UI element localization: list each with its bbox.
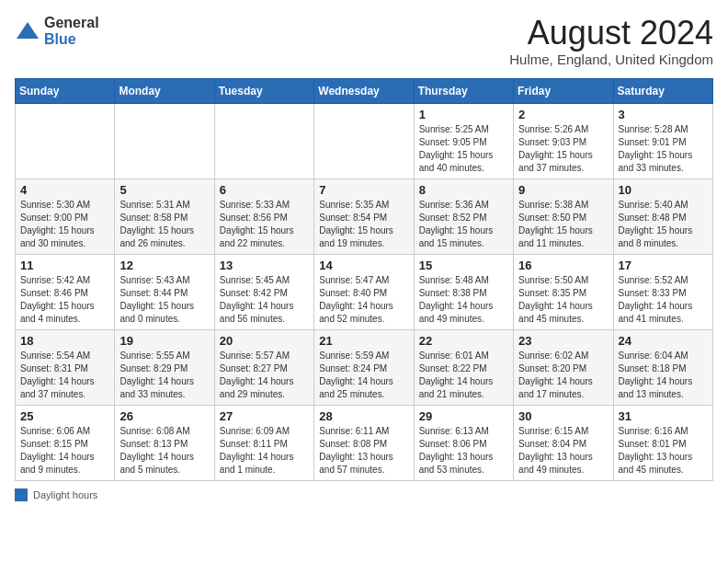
- day-number: 8: [419, 183, 508, 197]
- day-info: Sunrise: 5:48 AM Sunset: 8:38 PM Dayligh…: [419, 274, 508, 326]
- day-info: Sunrise: 6:16 AM Sunset: 8:01 PM Dayligh…: [619, 425, 708, 477]
- day-info: Sunrise: 6:15 AM Sunset: 8:04 PM Dayligh…: [518, 425, 608, 477]
- calendar-cell: 22Sunrise: 6:01 AM Sunset: 8:22 PM Dayli…: [414, 329, 513, 405]
- day-info: Sunrise: 5:54 AM Sunset: 8:31 PM Dayligh…: [20, 350, 109, 401]
- day-number: 3: [619, 108, 708, 121]
- calendar-cell: 15Sunrise: 5:48 AM Sunset: 8:38 PM Dayli…: [414, 254, 513, 329]
- calendar-cell: 31Sunrise: 6:16 AM Sunset: 8:01 PM Dayli…: [613, 405, 712, 480]
- calendar-cell: [314, 103, 414, 178]
- day-info: Sunrise: 5:47 AM Sunset: 8:40 PM Dayligh…: [319, 274, 408, 326]
- calendar-row: 1Sunrise: 5:25 AM Sunset: 9:05 PM Daylig…: [16, 103, 713, 178]
- day-info: Sunrise: 6:13 AM Sunset: 8:06 PM Dayligh…: [419, 425, 508, 477]
- page-header: General Blue August 2024 Hulme, England,…: [15, 15, 713, 67]
- calendar-cell: 20Sunrise: 5:57 AM Sunset: 8:27 PM Dayli…: [214, 329, 313, 405]
- day-info: Sunrise: 5:42 AM Sunset: 8:46 PM Dayligh…: [20, 274, 109, 326]
- day-number: 31: [619, 409, 708, 423]
- day-number: 27: [220, 409, 309, 423]
- day-info: Sunrise: 6:11 AM Sunset: 8:08 PM Dayligh…: [319, 425, 408, 477]
- day-info: Sunrise: 5:28 AM Sunset: 9:01 PM Dayligh…: [619, 123, 708, 175]
- day-info: Sunrise: 5:26 AM Sunset: 9:03 PM Dayligh…: [518, 123, 608, 175]
- day-info: Sunrise: 5:52 AM Sunset: 8:33 PM Dayligh…: [619, 274, 708, 326]
- day-number: 21: [319, 334, 408, 348]
- calendar-cell: 11Sunrise: 5:42 AM Sunset: 8:46 PM Dayli…: [16, 254, 115, 329]
- day-number: 17: [619, 259, 708, 272]
- day-info: Sunrise: 5:55 AM Sunset: 8:29 PM Dayligh…: [119, 350, 209, 401]
- location: Hulme, England, United Kingdom: [509, 52, 713, 67]
- day-number: 13: [220, 259, 309, 272]
- day-info: Sunrise: 5:35 AM Sunset: 8:54 PM Dayligh…: [319, 199, 408, 250]
- logo-blue: Blue: [44, 31, 99, 48]
- month-year: August 2024: [509, 15, 713, 52]
- calendar-cell: 13Sunrise: 5:45 AM Sunset: 8:42 PM Dayli…: [214, 254, 313, 329]
- header-cell: Thursday: [414, 78, 513, 103]
- header-cell: Tuesday: [214, 78, 313, 103]
- legend-box: [15, 488, 28, 501]
- calendar-cell: 5Sunrise: 5:31 AM Sunset: 8:58 PM Daylig…: [115, 178, 214, 254]
- day-number: 26: [119, 409, 209, 423]
- calendar-cell: 2Sunrise: 5:26 AM Sunset: 9:03 PM Daylig…: [514, 103, 613, 178]
- calendar-cell: 18Sunrise: 5:54 AM Sunset: 8:31 PM Dayli…: [16, 329, 115, 405]
- day-info: Sunrise: 5:33 AM Sunset: 8:56 PM Dayligh…: [220, 199, 309, 250]
- day-info: Sunrise: 6:04 AM Sunset: 8:18 PM Dayligh…: [619, 350, 708, 401]
- day-number: 4: [20, 183, 109, 197]
- calendar-cell: 3Sunrise: 5:28 AM Sunset: 9:01 PM Daylig…: [613, 103, 712, 178]
- calendar-cell: 1Sunrise: 5:25 AM Sunset: 9:05 PM Daylig…: [414, 103, 513, 178]
- calendar-cell: 16Sunrise: 5:50 AM Sunset: 8:35 PM Dayli…: [514, 254, 613, 329]
- calendar-cell: 28Sunrise: 6:11 AM Sunset: 8:08 PM Dayli…: [314, 405, 414, 480]
- day-number: 24: [619, 334, 708, 348]
- day-number: 20: [220, 334, 309, 348]
- calendar-cell: 10Sunrise: 5:40 AM Sunset: 8:48 PM Dayli…: [613, 178, 712, 254]
- day-info: Sunrise: 5:40 AM Sunset: 8:48 PM Dayligh…: [619, 199, 708, 250]
- day-info: Sunrise: 6:01 AM Sunset: 8:22 PM Dayligh…: [419, 350, 508, 401]
- header-cell: Monday: [115, 78, 214, 103]
- legend: Daylight hours: [15, 488, 713, 501]
- calendar-cell: 4Sunrise: 5:30 AM Sunset: 9:00 PM Daylig…: [16, 178, 115, 254]
- calendar-cell: 6Sunrise: 5:33 AM Sunset: 8:56 PM Daylig…: [214, 178, 313, 254]
- logo-general: General: [44, 15, 99, 31]
- logo-text: General Blue: [44, 15, 99, 47]
- day-number: 6: [220, 183, 309, 197]
- calendar-cell: 29Sunrise: 6:13 AM Sunset: 8:06 PM Dayli…: [414, 405, 513, 480]
- header-cell: Wednesday: [314, 78, 414, 103]
- header-row: SundayMondayTuesdayWednesdayThursdayFrid…: [16, 78, 713, 103]
- calendar-cell: 19Sunrise: 5:55 AM Sunset: 8:29 PM Dayli…: [115, 329, 214, 405]
- calendar-cell: 23Sunrise: 6:02 AM Sunset: 8:20 PM Dayli…: [514, 329, 613, 405]
- day-info: Sunrise: 6:08 AM Sunset: 8:13 PM Dayligh…: [119, 425, 209, 477]
- day-number: 19: [119, 334, 209, 348]
- day-info: Sunrise: 5:45 AM Sunset: 8:42 PM Dayligh…: [220, 274, 309, 326]
- calendar-row: 18Sunrise: 5:54 AM Sunset: 8:31 PM Dayli…: [16, 329, 713, 405]
- day-info: Sunrise: 5:25 AM Sunset: 9:05 PM Dayligh…: [419, 123, 508, 175]
- calendar-cell: 8Sunrise: 5:36 AM Sunset: 8:52 PM Daylig…: [414, 178, 513, 254]
- day-number: 22: [419, 334, 508, 348]
- calendar-cell: 7Sunrise: 5:35 AM Sunset: 8:54 PM Daylig…: [314, 178, 414, 254]
- calendar-cell: 9Sunrise: 5:38 AM Sunset: 8:50 PM Daylig…: [514, 178, 613, 254]
- day-number: 11: [20, 259, 109, 272]
- calendar-cell: 12Sunrise: 5:43 AM Sunset: 8:44 PM Dayli…: [115, 254, 214, 329]
- day-info: Sunrise: 5:57 AM Sunset: 8:27 PM Dayligh…: [220, 350, 309, 401]
- day-number: 29: [419, 409, 508, 423]
- calendar-cell: [214, 103, 313, 178]
- calendar-row: 25Sunrise: 6:06 AM Sunset: 8:15 PM Dayli…: [16, 405, 713, 480]
- calendar-cell: 21Sunrise: 5:59 AM Sunset: 8:24 PM Dayli…: [314, 329, 414, 405]
- calendar-cell: 14Sunrise: 5:47 AM Sunset: 8:40 PM Dayli…: [314, 254, 414, 329]
- calendar-table: SundayMondayTuesdayWednesdayThursdayFrid…: [15, 78, 713, 481]
- header-cell: Saturday: [613, 78, 712, 103]
- day-number: 18: [20, 334, 109, 348]
- day-number: 14: [319, 259, 408, 272]
- calendar-cell: 30Sunrise: 6:15 AM Sunset: 8:04 PM Dayli…: [514, 405, 613, 480]
- day-info: Sunrise: 5:36 AM Sunset: 8:52 PM Dayligh…: [419, 199, 508, 250]
- day-number: 9: [518, 183, 608, 197]
- day-number: 10: [619, 183, 708, 197]
- calendar-cell: 26Sunrise: 6:08 AM Sunset: 8:13 PM Dayli…: [115, 405, 214, 480]
- day-info: Sunrise: 6:09 AM Sunset: 8:11 PM Dayligh…: [220, 425, 309, 477]
- calendar-row: 4Sunrise: 5:30 AM Sunset: 9:00 PM Daylig…: [16, 178, 713, 254]
- day-number: 12: [119, 259, 209, 272]
- day-info: Sunrise: 6:02 AM Sunset: 8:20 PM Dayligh…: [518, 350, 608, 401]
- calendar-header: SundayMondayTuesdayWednesdayThursdayFrid…: [16, 78, 713, 103]
- calendar-cell: [16, 103, 115, 178]
- calendar-cell: [115, 103, 214, 178]
- day-number: 23: [518, 334, 608, 348]
- calendar-body: 1Sunrise: 5:25 AM Sunset: 9:05 PM Daylig…: [16, 103, 713, 480]
- title-block: August 2024 Hulme, England, United Kingd…: [509, 15, 713, 67]
- header-cell: Friday: [514, 78, 613, 103]
